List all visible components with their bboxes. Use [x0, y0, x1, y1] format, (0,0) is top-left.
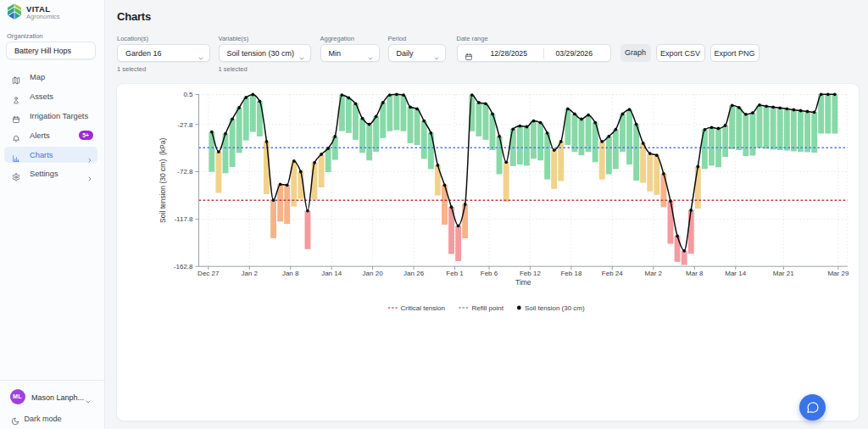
svg-text:Time: Time [515, 278, 531, 287]
svg-text:Mar 8: Mar 8 [686, 270, 704, 277]
svg-text:Jan 8: Jan 8 [282, 270, 299, 277]
svg-text:Soil tension (30 cm): Soil tension (30 cm) [525, 304, 585, 312]
svg-text:0.5: 0.5 [183, 91, 193, 98]
svg-text:Jan 2: Jan 2 [242, 270, 259, 277]
svg-text:Mar 14: Mar 14 [725, 270, 746, 277]
svg-text:Mar 29: Mar 29 [827, 270, 849, 277]
svg-text:Feb 24: Feb 24 [602, 270, 623, 277]
svg-text:Refill point: Refill point [472, 304, 504, 312]
svg-text:Critical tension: Critical tension [401, 304, 445, 312]
svg-text:Mar 21: Mar 21 [773, 270, 794, 277]
svg-text:-27.8: -27.8 [177, 121, 193, 129]
svg-text:Dec 27: Dec 27 [198, 270, 220, 277]
svg-text:-72.8: -72.8 [177, 168, 193, 176]
svg-text:Soil tension (30 cm) (kPa): Soil tension (30 cm) (kPa) [159, 138, 167, 223]
svg-text:Feb 1: Feb 1 [446, 270, 464, 277]
svg-text:Feb 18: Feb 18 [560, 270, 581, 277]
svg-text:-162.8: -162.8 [174, 263, 193, 270]
svg-text:-117.8: -117.8 [174, 215, 193, 223]
svg-text:Jan 26: Jan 26 [403, 270, 425, 277]
svg-text:Jan 14: Jan 14 [321, 270, 342, 277]
svg-text:Feb 6: Feb 6 [481, 270, 498, 277]
svg-text:Feb 12: Feb 12 [520, 270, 541, 277]
svg-text:Jan 20: Jan 20 [363, 270, 384, 277]
svg-text:Mar 2: Mar 2 [645, 270, 663, 277]
